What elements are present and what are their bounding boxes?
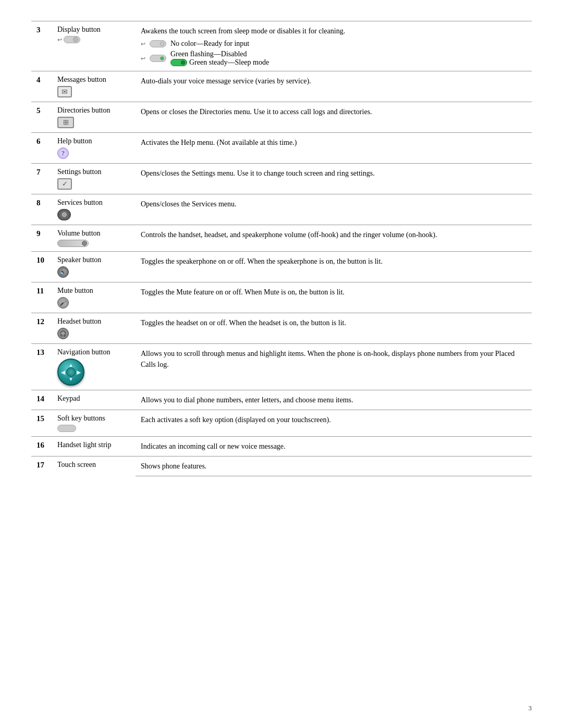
- row-number: 11: [31, 282, 52, 313]
- desc-text: Allows you to scroll through menus and h…: [141, 350, 515, 368]
- name-icon-group: Help button ?: [57, 137, 130, 159]
- volume-icon: [57, 240, 89, 247]
- item-name: Directories button: [57, 106, 110, 115]
- desc-text: Shows phone features.: [141, 462, 206, 470]
- table-row: 7 Settings button Opens/closes the Setti…: [31, 164, 532, 194]
- services-icon: [57, 209, 71, 220]
- row-description: Each activates a soft key option (displa…: [136, 410, 532, 437]
- softkey-icon: [57, 425, 76, 432]
- item-name: Display button: [57, 26, 101, 34]
- table-row: 5 Directories button Opens or closes the…: [31, 102, 532, 133]
- sub-label-2b-row: Green steady—Sleep mode: [170, 58, 269, 67]
- sub-arrow-icon-2: ↩: [141, 55, 145, 62]
- row-number: 3: [31, 21, 52, 71]
- item-name: Volume button: [57, 229, 101, 238]
- name-icon-group: Speaker button 🔊: [57, 256, 130, 278]
- item-name: Keypad: [57, 394, 80, 402]
- table-row: 10 Speaker button 🔊 Toggles the speakerp…: [31, 252, 532, 282]
- row-name-cell: Soft key buttons: [52, 410, 136, 437]
- row-name-cell: Touch screen: [52, 456, 136, 476]
- table-row: 4 Messages button Auto-dials your voice …: [31, 71, 532, 102]
- table-row: 16 Handset light strip Indicates an inco…: [31, 437, 532, 456]
- mute-icon: 🎤: [57, 297, 69, 309]
- nav-arrow-right: ▶: [77, 369, 81, 375]
- row-number: 17: [31, 456, 52, 476]
- row-description: Awakens the touch screen from sleep mode…: [136, 21, 532, 71]
- row-name-cell: Headset button 🎧: [52, 313, 136, 344]
- table-row: 8 Services button Opens/closes the Servi…: [31, 194, 532, 225]
- row-description: Opens/closes the Services menu.: [136, 194, 532, 225]
- table-row: 13 Navigation button ▲ ▼ ◀ ▶ Allows you …: [31, 344, 532, 390]
- row-name-cell: Speaker button 🔊: [52, 252, 136, 282]
- row-number: 15: [31, 410, 52, 437]
- row-name-cell: Settings button: [52, 164, 136, 194]
- desc-text: Indicates an incoming call or new voice …: [141, 442, 286, 450]
- row-name-cell: Directories button: [52, 102, 136, 133]
- row-name-cell: Keypad: [52, 390, 136, 410]
- nav-center: [66, 367, 76, 377]
- row-number: 14: [31, 390, 52, 410]
- navigation-icon: ▲ ▼ ◀ ▶: [57, 359, 84, 386]
- row-description: Opens/closes the Settings menu. Use it t…: [136, 164, 532, 194]
- name-icon-group: Display button ↩: [57, 26, 130, 43]
- display-pill-icon: [64, 36, 80, 43]
- name-icon-group: Headset button 🎧: [57, 317, 130, 339]
- table-row: 11 Mute button 🎤 Toggles the Mute featur…: [31, 282, 532, 313]
- row-number: 9: [31, 225, 52, 252]
- item-name: Mute button: [57, 287, 93, 295]
- table-row: 9 Volume button Controls the handset, he…: [31, 225, 532, 252]
- table-row: 6 Help button ? Activates the Help menu.…: [31, 133, 532, 164]
- name-icon-group: Services button: [57, 199, 130, 220]
- settings-icon: [57, 178, 72, 190]
- item-name: Touch screen: [57, 461, 96, 468]
- name-icon-group: Soft key buttons: [57, 414, 130, 432]
- name-icon-group: Mute button 🎤: [57, 287, 130, 309]
- row-name-cell: Display button ↩: [52, 21, 136, 71]
- row-description: Toggles the headset on or off. When the …: [136, 313, 532, 344]
- sub-label-2b: Green steady—Sleep mode: [189, 58, 269, 67]
- table-row: 14 Keypad Allows you to dial phone numbe…: [31, 390, 532, 410]
- row-number: 16: [31, 437, 52, 456]
- item-name: Headset button: [57, 317, 101, 326]
- feature-table: 3 Display button ↩ Awakens the touch scr…: [31, 21, 532, 476]
- sub-desc-1: ↩ No color—Ready for input: [141, 40, 527, 48]
- item-name: Services button: [57, 199, 103, 207]
- sub-icon-flash: [150, 55, 166, 62]
- row-description: Shows phone features.: [136, 456, 532, 476]
- desc-text: Auto-dials your voice message service (v…: [141, 77, 311, 85]
- row-description: Allows you to scroll through menus and h…: [136, 344, 532, 390]
- display-arrow-icon: ↩: [57, 36, 62, 43]
- row-description: Indicates an incoming call or new voice …: [136, 437, 532, 456]
- sub-icon-steady: [170, 59, 187, 66]
- row-name-cell: Handset light strip: [52, 437, 136, 456]
- row-name-cell: Volume button: [52, 225, 136, 252]
- row-description: Activates the Help menu. (Not available …: [136, 133, 532, 164]
- desc-text: Toggles the headset on or off. When the …: [141, 319, 346, 327]
- row-description: Allows you to dial phone numbers, enter …: [136, 390, 532, 410]
- item-name: Speaker button: [57, 256, 101, 264]
- name-icon-group: Directories button: [57, 106, 130, 128]
- row-description: Opens or closes the Directories menu. Us…: [136, 102, 532, 133]
- item-name: Settings button: [57, 168, 101, 176]
- row-name-cell: Help button ?: [52, 133, 136, 164]
- row-number: 10: [31, 252, 52, 282]
- row-number: 4: [31, 71, 52, 102]
- table-row: 12 Headset button 🎧 Toggles the headset …: [31, 313, 532, 344]
- row-number: 12: [31, 313, 52, 344]
- nav-arrow-left: ◀: [61, 369, 65, 375]
- sub-desc-2: ↩ Green flashing—Disabled Green steady—S…: [141, 50, 527, 67]
- sub-icon-none: [150, 40, 166, 47]
- headset-icon: 🎧: [57, 328, 69, 339]
- directories-icon: [57, 117, 74, 128]
- name-icon-group: Messages button: [57, 76, 130, 97]
- desc-text: Opens/closes the Services menu.: [141, 200, 237, 208]
- nav-arrow-down: ▼: [68, 376, 74, 382]
- row-description: Toggles the Mute feature on or off. When…: [136, 282, 532, 313]
- row-number: 13: [31, 344, 52, 390]
- desc-text: Toggles the speakerphone on or off. When…: [141, 257, 383, 265]
- name-icon-group: Navigation button ▲ ▼ ◀ ▶: [57, 348, 130, 386]
- table-row: 17 Touch screen Shows phone features.: [31, 456, 532, 476]
- desc-text: Opens or closes the Directories menu. Us…: [141, 108, 372, 116]
- row-name-cell: Messages button: [52, 71, 136, 102]
- item-name: Soft key buttons: [57, 414, 105, 423]
